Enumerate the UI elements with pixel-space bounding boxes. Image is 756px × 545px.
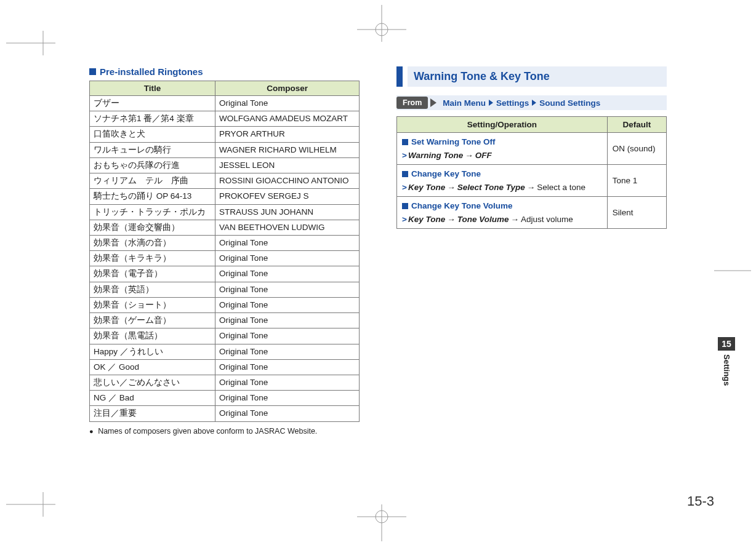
- ringtone-composer: Original Tone: [215, 282, 360, 297]
- square-bullet-icon: [402, 203, 408, 209]
- ringtone-composer: STRAUSS JUN JOHANN: [215, 204, 360, 220]
- section-title-bar-icon: [396, 66, 403, 87]
- ringtone-composer: Original Tone: [215, 406, 360, 421]
- ringtone-composer: Original Tone: [215, 266, 360, 282]
- ringtone-title: ワルキューレの騎行: [90, 142, 215, 157]
- table-row: ウィリアム テル 序曲ROSSINI GIOACCHINO ANTONIO: [90, 173, 360, 189]
- ringtones-heading-text: Pre-installed Ringtones: [100, 66, 203, 77]
- triangle-sep-icon: [532, 100, 536, 106]
- ringtone-title: 効果音（水滴の音）: [90, 235, 215, 250]
- operation-heading: Change Key Tone Volume: [402, 200, 602, 212]
- ringtone-title: 効果音（キラキラ）: [90, 251, 215, 266]
- table-row: 口笛吹きと犬PRYOR ARTHUR: [90, 127, 360, 142]
- table-row: トリッチ・トラッチ・ポルカSTRAUSS JUN JOHANN: [90, 204, 360, 220]
- ringtone-title: NG ／ Bad: [90, 391, 215, 406]
- table-row: Change Key Tone>Key Tone→Select Tone Typ…: [397, 165, 667, 197]
- ringtone-title: Happy ／うれしい: [90, 344, 215, 359]
- ringtone-title: 効果音（ゲーム音）: [90, 313, 215, 328]
- table-row: 効果音（英語）Original Tone: [90, 282, 360, 297]
- ringtone-composer: Original Tone: [215, 96, 360, 111]
- settings-table: Setting/Operation Default Set Warning To…: [396, 116, 667, 229]
- ringtone-composer: Original Tone: [215, 313, 360, 328]
- chevron-right-icon: >: [402, 183, 407, 192]
- crumb-settings: Settings: [496, 98, 529, 108]
- operation-heading-text: Change Key Tone Volume: [411, 200, 513, 212]
- default-value: ON (sound): [607, 133, 666, 165]
- arrow-right-icon: →: [447, 183, 456, 192]
- chapter-label: Settings: [722, 351, 731, 389]
- path-segment: Tone Volume: [457, 215, 509, 224]
- operation-heading-text: Set Warning Tone Off: [411, 136, 496, 148]
- crumb-main-menu: Main Menu: [443, 98, 486, 108]
- page-number: 15-3: [687, 493, 714, 509]
- ringtone-composer: Original Tone: [215, 297, 360, 312]
- path-segment: Warning Tone: [408, 151, 463, 160]
- col-title: Title: [90, 81, 215, 96]
- ringtone-composer: WOLFGANG AMADEUS MOZART: [215, 111, 360, 127]
- ringtone-composer: Original Tone: [215, 235, 360, 250]
- from-badge: From: [396, 97, 428, 109]
- ringtone-title: おもちゃの兵隊の行進: [90, 157, 215, 173]
- section-title: Warning Tone & Key Tone: [396, 66, 667, 87]
- table-row: 効果音（黒電話）Original Tone: [90, 328, 360, 344]
- ringtone-composer: ROSSINI GIOACCHINO ANTONIO: [215, 173, 360, 189]
- ringtone-title: 効果音（黒電話）: [90, 328, 215, 344]
- ringtone-title: 口笛吹きと犬: [90, 127, 215, 142]
- table-row: ブザーOriginal Tone: [90, 96, 360, 111]
- path-segment: OFF: [475, 151, 492, 160]
- setting-operation-cell: Change Key Tone Volume>Key Tone→Tone Vol…: [397, 197, 608, 229]
- table-row: 悲しい／ごめんなさいOriginal Tone: [90, 375, 360, 390]
- path-segment: Key Tone: [408, 215, 445, 224]
- ringtones-heading: Pre-installed Ringtones: [89, 66, 360, 77]
- crumb-sound-settings: Sound Settings: [539, 98, 600, 108]
- ringtone-composer: Original Tone: [215, 344, 360, 359]
- table-row: ソナチネ第1 番／第4 楽章WOLFGANG AMADEUS MOZART: [90, 111, 360, 127]
- bullet-icon: ●: [89, 428, 94, 435]
- ringtone-title: 騎士たちの踊り OP 64-13: [90, 189, 215, 204]
- table-row: 効果音（ショート）Original Tone: [90, 297, 360, 312]
- left-column: Pre-installed Ringtones Title Composer ブ…: [89, 66, 360, 479]
- square-bullet-icon: [402, 139, 408, 145]
- ringtone-title: ブザー: [90, 96, 215, 111]
- arrow-right-icon: →: [447, 215, 456, 224]
- ringtone-composer: PRYOR ARTHUR: [215, 127, 360, 142]
- table-row: 効果音（運命交響曲）VAN BEETHOVEN LUDWIG: [90, 220, 360, 235]
- ringtone-title: 効果音（運命交響曲）: [90, 220, 215, 235]
- arrow-right-icon: →: [527, 183, 536, 192]
- section-title-text: Warning Tone & Key Tone: [408, 66, 667, 87]
- ringtone-composer: WAGNER RICHARD WILHELM: [215, 142, 360, 157]
- ringtone-composer: Original Tone: [215, 328, 360, 344]
- table-row: 効果音（ゲーム音）Original Tone: [90, 313, 360, 328]
- table-row: Happy ／うれしいOriginal Tone: [90, 344, 360, 359]
- default-value: Silent: [607, 197, 666, 229]
- composer-note: ● Names of composers given above conform…: [89, 427, 360, 436]
- square-bullet-icon: [89, 68, 96, 75]
- path-tail: Select a tone: [537, 183, 585, 192]
- table-row: OK ／ GoodOriginal Tone: [90, 359, 360, 375]
- ringtone-composer: Original Tone: [215, 251, 360, 266]
- operation-path: >Key Tone→Select Tone Type→Select a tone: [402, 181, 602, 194]
- ringtone-title: トリッチ・トラッチ・ポルカ: [90, 204, 215, 220]
- table-row: おもちゃの兵隊の行進JESSEL LEON: [90, 157, 360, 173]
- default-value: Tone 1: [607, 165, 666, 197]
- table-row: 注目／重要Original Tone: [90, 406, 360, 421]
- ringtone-composer: PROKOFEV SERGEJ S: [215, 189, 360, 204]
- arrow-right-icon: →: [465, 151, 473, 160]
- composer-note-text: Names of composers given above conform t…: [98, 427, 317, 436]
- chevron-right-icon: >: [402, 151, 407, 160]
- ringtone-title: 悲しい／ごめんなさい: [90, 375, 215, 390]
- table-row: Change Key Tone Volume>Key Tone→Tone Vol…: [397, 197, 667, 229]
- square-bullet-icon: [402, 171, 408, 177]
- ringtone-composer: Original Tone: [215, 359, 360, 375]
- triangle-right-icon: [430, 98, 436, 107]
- path-tail: Adjust volume: [521, 215, 573, 224]
- triangle-sep-icon: [489, 100, 493, 106]
- col-setting-operation: Setting/Operation: [397, 117, 608, 133]
- ringtone-title: OK ／ Good: [90, 359, 215, 375]
- setting-operation-cell: Change Key Tone>Key Tone→Select Tone Typ…: [397, 165, 608, 197]
- ringtone-title: 効果音（ショート）: [90, 297, 215, 312]
- ringtone-composer: Original Tone: [215, 391, 360, 406]
- ringtone-composer: VAN BEETHOVEN LUDWIG: [215, 220, 360, 235]
- breadcrumb-line: From Main Menu Settings Sound Settings: [396, 95, 667, 110]
- ringtone-composer: JESSEL LEON: [215, 157, 360, 173]
